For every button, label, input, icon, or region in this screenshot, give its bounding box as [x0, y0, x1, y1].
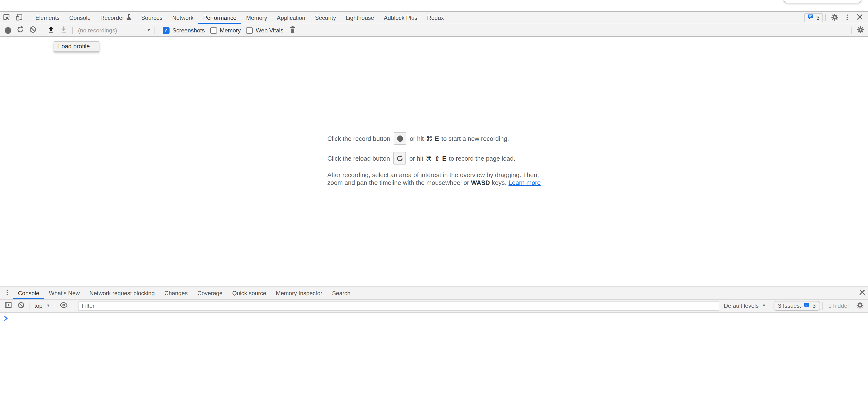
device-toolbar-icon [15, 13, 23, 22]
drawer-tab-quick-source[interactable]: Quick source [227, 287, 271, 299]
tab-elements[interactable]: Elements [31, 11, 64, 24]
drawer-tabbar: Console What's New Network request block… [0, 287, 868, 300]
console-issues-button[interactable]: 3 Issues: 3 [774, 301, 820, 311]
memory-checkbox[interactable] [210, 27, 217, 34]
live-expression-button[interactable] [57, 300, 70, 312]
record-button-illustration [394, 132, 406, 145]
clear-console-button[interactable] [14, 300, 27, 312]
reload-and-record-button[interactable] [14, 24, 27, 36]
close-devtools-button[interactable] [854, 11, 866, 24]
trash-icon [289, 26, 296, 35]
console-settings-button[interactable] [854, 300, 866, 312]
inspect-cursor-icon [3, 13, 10, 22]
close-icon [859, 290, 865, 297]
clear-recordings-button[interactable] [27, 24, 39, 36]
issues-bubble-icon [808, 14, 814, 21]
inspect-element-button[interactable] [0, 11, 12, 24]
tab-redux[interactable]: Redux [422, 11, 448, 24]
drawer-tab-memory-inspector[interactable]: Memory Inspector [271, 287, 327, 299]
memory-checkbox-group[interactable]: Memory [210, 27, 241, 34]
drawer-tab-changes[interactable]: Changes [160, 287, 192, 299]
drawer-tab-search[interactable]: Search [327, 287, 355, 299]
hidden-messages-count: 1 hidden [828, 302, 850, 309]
javascript-context-select[interactable]: top ▼ [34, 302, 50, 309]
reload-instruction-line: Click the reload button or hit ⌘ ⇧ E to … [328, 152, 541, 165]
record-icon [397, 135, 403, 141]
web-vitals-checkbox-group[interactable]: Web Vitals [246, 27, 283, 34]
screenshots-checkbox-group[interactable]: ✓ Screenshots [163, 27, 205, 34]
log-levels-select[interactable]: Default levels ▼ [724, 302, 766, 309]
performance-toolbar: (no recordings) ▼ ✓ Screenshots Memory W… [0, 24, 868, 37]
issues-counter-button[interactable]: 3 [804, 13, 823, 22]
screenshots-checkbox[interactable]: ✓ [163, 27, 169, 34]
drawer-tab-coverage[interactable]: Coverage [192, 287, 227, 299]
tab-memory[interactable]: Memory [241, 11, 272, 24]
tab-recorder[interactable]: Recorder [95, 11, 136, 24]
divider [30, 302, 30, 309]
recordings-history-select[interactable]: (no recordings) ▼ [78, 24, 151, 36]
divider [155, 27, 155, 34]
caret-down-icon: ▼ [762, 304, 766, 308]
divider [826, 14, 826, 21]
divider [42, 27, 42, 34]
more-options-button[interactable] [841, 11, 854, 24]
garbage-collect-button[interactable] [286, 24, 299, 36]
console-messages-area [0, 313, 868, 406]
reload-icon [17, 26, 24, 35]
performance-landing-instructions: Click the record button or hit ⌘ E to st… [328, 132, 541, 187]
tab-console[interactable]: Console [64, 11, 95, 24]
learn-more-link[interactable]: Learn more [508, 179, 541, 187]
drawer-tabbar-spacer [355, 287, 855, 299]
issues-count: 3 [816, 14, 819, 21]
drawer-more-tabs-button[interactable] [1, 287, 13, 299]
tab-security[interactable]: Security [310, 11, 341, 24]
after-recording-paragraph: After recording, select an area of inter… [328, 171, 541, 187]
capture-settings-button[interactable] [854, 24, 867, 36]
tab-network[interactable]: Network [167, 11, 198, 24]
tab-application[interactable]: Application [272, 11, 310, 24]
tab-lighthouse[interactable]: Lighthouse [341, 11, 379, 24]
console-sidebar-icon [4, 302, 12, 310]
load-profile-button[interactable] [44, 24, 57, 36]
caret-down-icon: ▼ [147, 28, 151, 32]
console-prompt[interactable] [0, 313, 868, 324]
reload-icon [396, 155, 403, 162]
tab-performance[interactable]: Performance [198, 11, 241, 24]
kebab-menu-icon [844, 13, 850, 22]
save-profile-button[interactable] [57, 24, 70, 36]
web-vitals-checkbox[interactable] [246, 27, 253, 34]
paragraph-line-2: zoom and pan the timeline with the mouse… [328, 179, 541, 187]
drawer-tab-whats-new[interactable]: What's New [44, 287, 85, 299]
caret-down-icon: ▼ [46, 304, 50, 308]
performance-panel: Load profile... Click the record button … [0, 37, 868, 286]
device-toolbar-button[interactable] [12, 11, 25, 24]
divider [72, 27, 73, 34]
record-button[interactable] [1, 24, 14, 36]
drawer-tab-network-request-blocking[interactable]: Network request blocking [85, 287, 159, 299]
gear-icon [857, 26, 864, 35]
divider [72, 302, 73, 309]
browser-top-strip [0, 0, 868, 11]
close-drawer-button[interactable] [857, 287, 868, 299]
paragraph-line-1: After recording, select an area of inter… [328, 171, 541, 179]
record-instruction-line: Click the record button or hit ⌘ E to st… [328, 132, 541, 145]
reload-button-illustration [393, 152, 406, 165]
e-key-glyph: E [442, 155, 446, 162]
browser-popup-fragment[interactable] [783, 0, 862, 3]
tab-adblock-plus[interactable]: Adblock Plus [379, 11, 423, 24]
settings-button[interactable] [828, 11, 841, 24]
drawer: Console What's New Network request block… [0, 286, 868, 406]
eye-icon [60, 302, 68, 310]
divider [28, 14, 28, 21]
load-profile-tooltip: Load profile... [54, 41, 99, 52]
drawer-tab-console[interactable]: Console [13, 287, 44, 299]
kebab-menu-icon [4, 289, 11, 297]
gear-icon [831, 13, 838, 22]
console-filter-input[interactable] [78, 301, 719, 310]
divider [851, 27, 851, 34]
download-icon [60, 26, 67, 35]
console-prompt-chevron-icon [4, 315, 8, 321]
upload-icon [47, 26, 55, 35]
console-sidebar-toggle-button[interactable] [2, 300, 14, 312]
tab-sources[interactable]: Sources [136, 11, 167, 24]
